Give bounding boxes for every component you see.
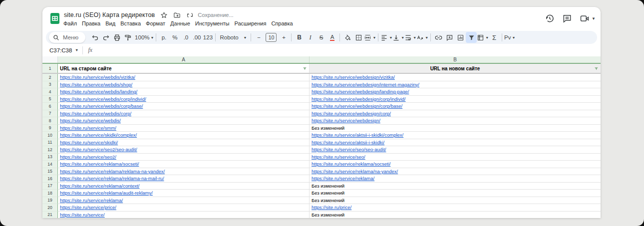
row-number[interactable]: 6 bbox=[42, 103, 58, 110]
cell-new-url[interactable]: https://site.ru/service/webdesign/corp/ bbox=[310, 110, 601, 118]
cell-new-url[interactable]: https://site.ru/service/seo/seo-audit/ bbox=[310, 146, 601, 154]
old-url-link[interactable]: https://site.ru/service/smm/ bbox=[60, 125, 116, 131]
old-url-link[interactable]: https://site.ru/service/skidki/complex/ bbox=[60, 132, 137, 138]
cell-new-url[interactable]: https://site.ru/service/webdesign/corp/b… bbox=[310, 103, 601, 110]
merge-cells-button[interactable]: ▼ bbox=[364, 32, 376, 43]
cell-new-url[interactable]: https://site.ru/service/reklama/socseti/ bbox=[310, 161, 601, 168]
cell-new-url[interactable]: https://site.ru/service/seo/ bbox=[310, 154, 601, 161]
version-history-icon[interactable] bbox=[545, 13, 555, 23]
vertical-align-button[interactable]: ▼ bbox=[392, 32, 404, 43]
row-number[interactable]: 13 bbox=[42, 154, 58, 161]
cell-old-url[interactable]: https://site.ru/service/reklama/reklama-… bbox=[58, 175, 310, 183]
cell-old-url[interactable]: https://site.ru/service/reklama/reklama-… bbox=[58, 168, 310, 176]
cell-old-url[interactable]: https://site.ru/service/seo2/ bbox=[58, 154, 310, 161]
cell-new-url[interactable]: https://site.ru/service/aktsii-i-skidki/ bbox=[310, 139, 601, 147]
row-number[interactable]: 11 bbox=[42, 139, 58, 147]
row-number[interactable]: 7 bbox=[42, 110, 58, 118]
cell-old-url[interactable]: https://site.ru/service/seo2/seo-audit/ bbox=[58, 146, 310, 154]
meet-video-icon[interactable]: ▼ bbox=[580, 13, 596, 23]
new-url-link[interactable]: https://site.ru/service/reklama/na-yande… bbox=[312, 169, 398, 174]
insert-chart-button[interactable] bbox=[455, 32, 466, 43]
increase-decimal-button[interactable]: .00 bbox=[191, 32, 202, 43]
cell-old-url[interactable]: https://site.ru/service/price/ bbox=[58, 204, 310, 212]
row-number[interactable]: 1 bbox=[42, 64, 58, 73]
cell-new-url[interactable]: Без изменений bbox=[310, 183, 601, 190]
row-number[interactable]: 21 bbox=[42, 212, 58, 219]
filter-funnel-icon[interactable] bbox=[594, 66, 599, 71]
google-sheets-logo[interactable] bbox=[49, 12, 61, 24]
new-url-link[interactable]: https://site.ru/service/aktsii-i-skidki/… bbox=[312, 132, 403, 138]
menu-7[interactable]: Расширения bbox=[232, 19, 269, 28]
more-formats-button[interactable]: 123 bbox=[202, 32, 213, 43]
old-url-link[interactable]: https://site.ru/service/webdis/corp/base… bbox=[60, 103, 143, 109]
borders-button[interactable] bbox=[353, 32, 364, 43]
row-number[interactable]: 8 bbox=[42, 117, 58, 125]
old-url-link[interactable]: https://site.ru/service/skidki/ bbox=[60, 140, 118, 145]
menu-3[interactable]: Вставка bbox=[118, 19, 143, 28]
old-url-link[interactable]: https://site.ru/service/price/ bbox=[60, 205, 116, 210]
cell-old-url[interactable]: https://site.ru/service/webdis/shop/ bbox=[58, 81, 310, 89]
old-url-link[interactable]: https://site.ru/service/reklama/context/ bbox=[60, 183, 139, 189]
row-number[interactable]: 9 bbox=[42, 125, 58, 132]
old-url-link[interactable]: https://site.ru/service/reklama/ bbox=[60, 198, 123, 203]
row-number[interactable]: 3 bbox=[42, 81, 58, 89]
strikethrough-button[interactable]: S bbox=[316, 32, 326, 43]
row-number[interactable]: 16 bbox=[42, 175, 58, 183]
old-url-link[interactable]: https://site.ru/service/reklama/reklama-… bbox=[60, 169, 165, 174]
name-box-caret-icon[interactable]: ▼ bbox=[75, 48, 78, 52]
name-box[interactable]: C37:C38 bbox=[49, 47, 73, 53]
row-number[interactable]: 19 bbox=[42, 197, 58, 205]
old-url-link[interactable]: https://site.ru/service/reklama/reklama-… bbox=[60, 176, 164, 181]
row-number[interactable]: 5 bbox=[42, 96, 58, 103]
row-number[interactable]: 14 bbox=[42, 161, 58, 168]
row-number[interactable]: 10 bbox=[42, 132, 58, 139]
toolbar-search-menu[interactable]: Меню bbox=[49, 32, 85, 43]
cell-old-url[interactable]: https://site.ru/service/webdis/corp/indi… bbox=[58, 96, 310, 103]
cell-old-url[interactable]: https://site.ru/service/webdis/vizitka/ bbox=[58, 74, 310, 81]
filter-button[interactable] bbox=[466, 32, 477, 43]
new-url-link[interactable]: https://site.ru/price/ bbox=[312, 205, 351, 210]
menu-5[interactable]: Данные bbox=[168, 19, 193, 28]
cell-old-url[interactable]: https://site.ru/service/reklama/context/ bbox=[58, 183, 310, 190]
cell-new-url[interactable]: Без изменений bbox=[310, 190, 601, 197]
old-url-link[interactable]: https://site.ru/service/webdis/shop/ bbox=[60, 82, 132, 87]
cell-new-url[interactable]: https://site.ru/service/reklama/ bbox=[310, 175, 601, 183]
cell-old-url[interactable]: https://site.ru/service/webdis/ bbox=[58, 117, 310, 125]
cell-new-url[interactable]: https://site.ru/service/aktsii-i-skidki/… bbox=[310, 132, 601, 139]
cell-new-url[interactable]: Без изменений bbox=[310, 197, 601, 205]
cell-new-url[interactable]: Без изменений bbox=[310, 212, 601, 219]
increase-font-size-button[interactable]: + bbox=[278, 32, 289, 43]
menu-0[interactable]: Файл bbox=[61, 19, 79, 28]
cell-old-url[interactable]: https://site.ru/service/skidki/complex/ bbox=[58, 132, 310, 139]
menu-8[interactable]: Справка bbox=[269, 19, 295, 28]
text-wrap-button[interactable]: ▼ bbox=[404, 32, 416, 43]
cell-old-url[interactable]: https://site.ru/service/reklama/audit-re… bbox=[58, 190, 310, 197]
cell-old-url[interactable]: https://site.ru/service/smm/ bbox=[58, 125, 310, 132]
filter-funnel-icon[interactable] bbox=[303, 66, 307, 71]
cell-old-url[interactable]: https://site.ru/service/reklama/socseti/ bbox=[58, 161, 310, 168]
star-icon[interactable] bbox=[160, 11, 168, 19]
new-url-link[interactable]: https://site.ru/service/seo/seo-audit/ bbox=[312, 147, 386, 152]
row-number[interactable]: 17 bbox=[42, 183, 58, 190]
new-url-link[interactable]: https://site.ru/service/webdesign/landin… bbox=[312, 89, 409, 94]
document-title[interactable]: site.ru (SEO) Карта редиректов bbox=[64, 11, 155, 18]
old-url-link[interactable]: https://site.ru/service/reklama/audit-re… bbox=[60, 190, 153, 196]
old-url-link[interactable]: https://site.ru/service/webdis/ bbox=[60, 118, 121, 123]
redo-button[interactable] bbox=[100, 32, 111, 43]
old-url-link[interactable]: https://site.ru/service/webdis/corp/ bbox=[60, 111, 131, 116]
decrease-font-size-button[interactable]: − bbox=[253, 32, 264, 43]
cell-new-url[interactable]: https://site.ru/price/ bbox=[310, 204, 601, 212]
print-button[interactable] bbox=[111, 32, 122, 43]
horizontal-align-button[interactable]: ▼ bbox=[380, 32, 392, 43]
cell-new-url[interactable]: Без изменений bbox=[310, 125, 601, 132]
old-url-link[interactable]: https://site.ru/service/ bbox=[60, 212, 105, 218]
move-folder-icon[interactable] bbox=[173, 11, 181, 19]
old-url-link[interactable]: https://site.ru/service/seo2/ bbox=[60, 154, 116, 160]
font-family-select[interactable]: Roboto▼ bbox=[218, 32, 249, 43]
cell-old-url[interactable]: https://site.ru/service/webdis/corp/base… bbox=[58, 103, 310, 110]
header-cell-old-url[interactable]: URL на старом сайте bbox=[58, 64, 310, 73]
cell-new-url[interactable]: https://site.ru/service/reklama/na-yande… bbox=[310, 168, 601, 176]
old-url-link[interactable]: https://site.ru/service/webdis/landing/ bbox=[60, 89, 137, 94]
row-number[interactable]: 18 bbox=[42, 190, 58, 197]
row-number[interactable]: 20 bbox=[42, 204, 58, 212]
